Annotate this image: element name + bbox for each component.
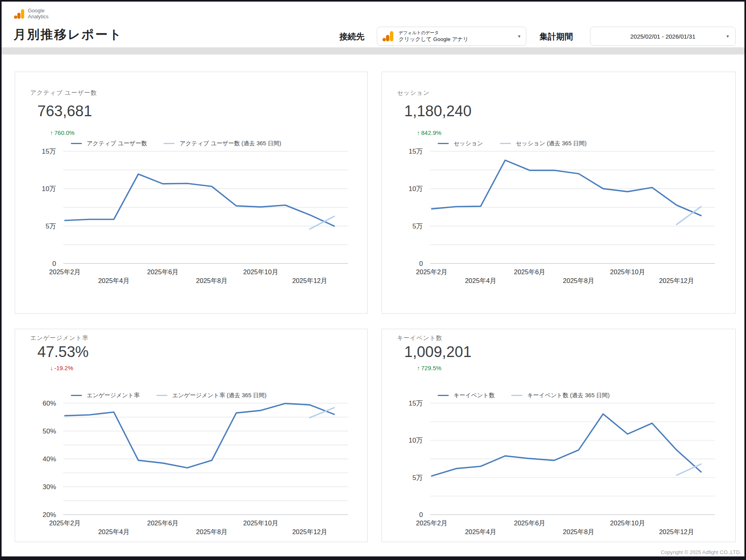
- line-chart-engagement-rate[interactable]: 20%30%40%50%60%2025年2月2025年4月2025年6月2025…: [15, 329, 367, 542]
- period-label: 集計期間: [540, 31, 573, 42]
- svg-text:20%: 20%: [43, 511, 56, 519]
- svg-text:2025年2月: 2025年2月: [416, 268, 448, 275]
- svg-text:2025年6月: 2025年6月: [514, 268, 545, 275]
- logo-text-google: Google: [28, 8, 49, 14]
- line-chart-key-events[interactable]: 05万10万15万2025年2月2025年4月2025年6月2025年8月202…: [382, 329, 735, 542]
- date-range-value: 2025/02/01 - 2026/01/31: [630, 33, 695, 40]
- svg-text:40%: 40%: [43, 455, 56, 463]
- svg-text:60%: 60%: [43, 400, 56, 407]
- svg-text:2025年10月: 2025年10月: [243, 519, 278, 527]
- svg-text:2025年10月: 2025年10月: [610, 519, 645, 527]
- card-engagement-rate: エンゲージメント率 47.53% ↓-19.2% エンゲージメント率 エンゲージ…: [15, 329, 368, 542]
- svg-text:2025年12月: 2025年12月: [292, 528, 327, 535]
- card-active-users: アクティブ ユーザー数 763,681 ↑760.0% アクティブ ユーザー数 …: [15, 72, 368, 314]
- report-page: Google Analytics 月別推移レポート 接続先 デフォルトのデータ …: [0, 0, 746, 560]
- svg-text:2025年12月: 2025年12月: [659, 277, 694, 284]
- svg-text:5万: 5万: [413, 222, 423, 230]
- svg-text:5万: 5万: [413, 474, 423, 482]
- svg-text:15万: 15万: [42, 148, 56, 155]
- svg-text:0: 0: [419, 260, 423, 267]
- card-sessions: セッション 1,180,240 ↑842.9% セッション セッション (過去 …: [382, 72, 736, 314]
- svg-text:2025年4月: 2025年4月: [98, 528, 130, 535]
- svg-text:2025年10月: 2025年10月: [243, 268, 278, 275]
- data-source-caption: デフォルトのデータ: [399, 30, 511, 36]
- google-analytics-logo: Google Analytics: [14, 8, 49, 20]
- svg-text:2025年2月: 2025年2月: [416, 519, 448, 527]
- svg-text:15万: 15万: [409, 148, 423, 155]
- svg-text:2025年4月: 2025年4月: [98, 277, 130, 284]
- line-chart-active-users[interactable]: 05万10万15万2025年2月2025年4月2025年6月2025年8月202…: [15, 72, 367, 313]
- svg-text:2025年6月: 2025年6月: [147, 268, 179, 275]
- svg-text:50%: 50%: [43, 427, 56, 435]
- date-range-dropdown[interactable]: 2025/02/01 - 2026/01/31 ▾: [590, 27, 736, 46]
- svg-text:15万: 15万: [409, 400, 423, 407]
- chevron-down-icon: ▾: [518, 33, 520, 39]
- header-divider: [2, 47, 744, 55]
- svg-text:2025年8月: 2025年8月: [196, 528, 228, 535]
- svg-text:2025年12月: 2025年12月: [659, 528, 694, 535]
- report-header: Google Analytics 月別推移レポート 接続先 デフォルトのデータ …: [2, 2, 744, 46]
- svg-text:2025年2月: 2025年2月: [49, 519, 81, 527]
- svg-text:5万: 5万: [46, 222, 56, 230]
- data-source-value: クリックして Google アナリ: [399, 36, 511, 43]
- svg-text:2025年4月: 2025年4月: [465, 277, 497, 284]
- svg-text:2025年8月: 2025年8月: [563, 277, 594, 284]
- svg-text:2025年6月: 2025年6月: [147, 519, 179, 527]
- google-analytics-icon: [14, 8, 25, 20]
- google-analytics-icon: [382, 30, 395, 43]
- line-chart-sessions[interactable]: 05万10万15万2025年2月2025年4月2025年6月2025年8月202…: [382, 72, 735, 313]
- svg-text:2025年10月: 2025年10月: [610, 268, 645, 275]
- svg-text:10万: 10万: [409, 185, 423, 193]
- page-title: 月別推移レポート: [14, 26, 123, 43]
- connector-label: 接続先: [339, 31, 364, 42]
- svg-text:10万: 10万: [409, 437, 423, 444]
- svg-text:2025年8月: 2025年8月: [563, 528, 594, 535]
- svg-text:2025年8月: 2025年8月: [196, 277, 228, 284]
- svg-text:2025年2月: 2025年2月: [49, 268, 81, 275]
- svg-text:30%: 30%: [43, 483, 56, 491]
- svg-text:10万: 10万: [42, 185, 56, 193]
- svg-text:2025年6月: 2025年6月: [514, 519, 545, 527]
- svg-text:0: 0: [419, 511, 423, 519]
- data-source-dropdown[interactable]: デフォルトのデータ クリックして Google アナリ ▾: [377, 27, 526, 46]
- card-key-events: キーイベント数 1,009,201 ↑729.5% キーイベント数 キーイベント…: [382, 329, 736, 542]
- svg-text:2025年12月: 2025年12月: [292, 277, 327, 284]
- svg-text:0: 0: [53, 260, 56, 267]
- svg-text:2025年4月: 2025年4月: [465, 528, 497, 535]
- copyright-text: Copyright © 2025 Adfight CO.,LTD.: [661, 549, 741, 555]
- logo-text-analytics: Analytics: [28, 14, 49, 20]
- chevron-down-icon: ▾: [727, 33, 729, 39]
